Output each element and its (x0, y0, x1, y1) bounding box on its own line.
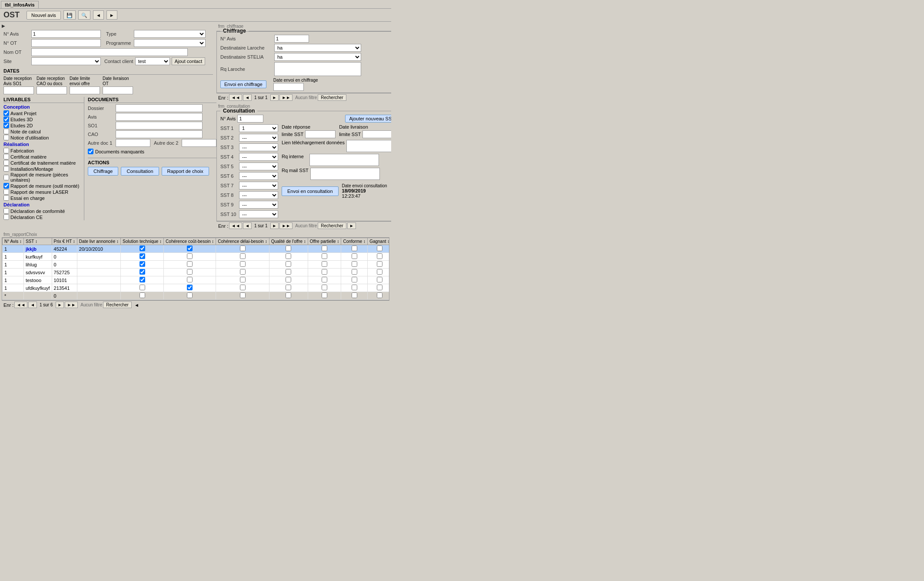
declaration-ce-checkbox[interactable] (3, 214, 9, 220)
col-coherence-delai[interactable]: Cohérence délai-besoin ↕ (216, 238, 269, 245)
notice-utilisation-checkbox[interactable] (3, 135, 9, 140)
checkbox-sol-tech-4[interactable] (140, 277, 145, 282)
rapport-mesure-pieces-checkbox[interactable] (3, 175, 9, 180)
installation-montage-checkbox[interactable] (3, 166, 9, 172)
type-select[interactable] (134, 30, 206, 38)
checkbox-coherence-cout-0[interactable] (187, 246, 193, 251)
checkbox-coherence-cout-6[interactable] (187, 292, 193, 298)
consultation-right-btn[interactable]: ► (347, 222, 356, 229)
sst1-select[interactable]: 1 (239, 124, 278, 132)
table-prev-btn[interactable]: ◄ (28, 302, 37, 308)
tab-tbl-infosavis[interactable]: tbl_infosAvis (1, 1, 39, 8)
ajouter-sst-button[interactable]: Ajouter nouveau SST (345, 115, 391, 123)
col-qualite[interactable]: Qualité de l'offre ↕ (269, 238, 308, 245)
rapport-choix-button[interactable]: Rapport de choix (162, 167, 209, 176)
checkbox-coherence-cout-2[interactable] (187, 261, 193, 267)
rq-interne-textarea[interactable] (309, 154, 379, 166)
sst8-select[interactable]: --- (239, 191, 278, 199)
chiffrage-last-btn[interactable]: ►► (279, 94, 292, 101)
col-date-livr[interactable]: Date livr annoncée ↕ (77, 238, 120, 245)
consultation-last-btn[interactable]: ►► (279, 222, 292, 229)
so1-input[interactable] (116, 122, 203, 129)
autre-doc1-input[interactable] (116, 139, 150, 147)
checkbox-coherence-delai-6[interactable] (240, 292, 246, 298)
consultation-button[interactable]: Consultation (121, 167, 159, 176)
col-coherence-cout[interactable]: Cohérence coût-besoin ↕ (164, 238, 216, 245)
checkbox-coherence-delai-4[interactable] (240, 277, 246, 282)
chiffrage-prev-btn[interactable]: ◄ (243, 94, 252, 101)
checkbox-offre-partielle-5[interactable] (322, 285, 327, 290)
col-solution-tech[interactable]: Solution technique ↕ (121, 238, 164, 245)
table-next-btn[interactable]: ► (56, 302, 64, 308)
etudes-3d-checkbox[interactable] (3, 116, 9, 122)
col-n-avis[interactable]: N° Avis ↕ (3, 238, 24, 245)
checkbox-sol-tech-5[interactable] (140, 285, 145, 290)
checkbox-gagnant-3[interactable] (377, 269, 382, 275)
n-avis-input[interactable] (31, 30, 101, 38)
chiffrage-search-btn[interactable]: Rechercher (318, 94, 346, 101)
checkbox-coherence-delai-3[interactable] (240, 269, 246, 275)
col-prix[interactable]: Prix € HT ↕ (52, 238, 77, 245)
save-button[interactable]: 💾 (63, 10, 76, 20)
date-livraison-sst-input[interactable] (362, 130, 391, 138)
checkbox-gagnant-0[interactable] (377, 246, 382, 251)
checkbox-conforme-3[interactable] (352, 269, 357, 275)
checkbox-coherence-delai-5[interactable] (240, 285, 246, 290)
rq-mail-sst-textarea[interactable] (310, 168, 380, 180)
checkbox-conforme-0[interactable] (352, 246, 357, 251)
checkbox-conforme-5[interactable] (352, 285, 357, 290)
checkbox-coherence-delai-1[interactable] (240, 253, 246, 259)
date-envoi-chiffrage-input[interactable] (273, 83, 304, 91)
col-sst[interactable]: SST ↕ (23, 238, 52, 245)
fabrication-checkbox[interactable] (3, 148, 9, 153)
checkbox-coherence-delai-2[interactable] (240, 261, 246, 267)
dest-stelia-select[interactable]: ha (274, 53, 361, 61)
sst3-select[interactable]: --- (239, 143, 278, 151)
checkbox-qualite-5[interactable] (286, 285, 291, 290)
checkbox-qualite-1[interactable] (286, 253, 291, 259)
checkbox-qualite-2[interactable] (286, 261, 291, 267)
checkbox-sol-tech-1[interactable] (140, 253, 145, 259)
lien-telechargement-input[interactable] (346, 140, 391, 152)
checkbox-gagnant-4[interactable] (377, 277, 382, 282)
chiffrage-next-btn[interactable]: ► (270, 94, 279, 101)
prev-button[interactable]: ◄ (93, 10, 104, 20)
checkbox-coherence-delai-0[interactable] (240, 246, 246, 251)
envoi-chiffrage-button[interactable]: Envoi en chiffrage (220, 80, 266, 88)
checkbox-offre-partielle-4[interactable] (322, 277, 327, 282)
avant-projet-checkbox[interactable] (3, 110, 9, 116)
rapport-mesure-outil-checkbox[interactable] (3, 183, 9, 189)
note-calcul-checkbox[interactable] (3, 129, 9, 134)
documents-manquants-checkbox[interactable] (88, 149, 93, 154)
sst4-select[interactable]: --- (239, 153, 278, 161)
checkbox-qualite-6[interactable] (286, 292, 291, 298)
n-ot-input[interactable] (31, 39, 101, 47)
checkbox-offre-partielle-0[interactable] (322, 246, 327, 251)
date-reception-avis-input[interactable] (3, 86, 34, 94)
checkbox-coherence-cout-4[interactable] (187, 277, 193, 282)
dossier-input[interactable] (116, 104, 203, 112)
consultation-next-btn[interactable]: ► (270, 222, 279, 229)
consultation-first-btn[interactable]: ◄◄ (229, 222, 242, 229)
sst2-select[interactable]: --- (239, 134, 278, 142)
cao-input[interactable] (116, 130, 203, 138)
checkbox-qualite-0[interactable] (286, 246, 291, 251)
envoi-consultation-button[interactable]: Envoi en consultation (282, 186, 339, 196)
date-reception-cao-input[interactable] (37, 86, 67, 94)
sst5-select[interactable]: --- (239, 163, 278, 170)
certificat-traitement-checkbox[interactable] (3, 160, 9, 166)
avis-input[interactable] (116, 113, 203, 121)
checkbox-conforme-4[interactable] (352, 277, 357, 282)
checkbox-sol-tech-6[interactable] (140, 292, 145, 298)
chiffrage-button[interactable]: Chiffrage (88, 167, 118, 176)
checkbox-gagnant-1[interactable] (377, 253, 382, 259)
date-limite-input[interactable] (70, 86, 100, 94)
checkbox-sol-tech-2[interactable] (140, 261, 145, 267)
consultation-search-btn[interactable]: Rechercher (318, 222, 346, 229)
checkbox-offre-partielle-2[interactable] (322, 261, 327, 267)
checkbox-gagnant-6[interactable] (377, 292, 382, 298)
checkbox-gagnant-2[interactable] (377, 261, 382, 267)
table-last-btn[interactable]: ►► (65, 302, 78, 308)
etudes-2d-checkbox[interactable] (3, 123, 9, 128)
checkbox-coherence-cout-3[interactable] (187, 269, 193, 275)
